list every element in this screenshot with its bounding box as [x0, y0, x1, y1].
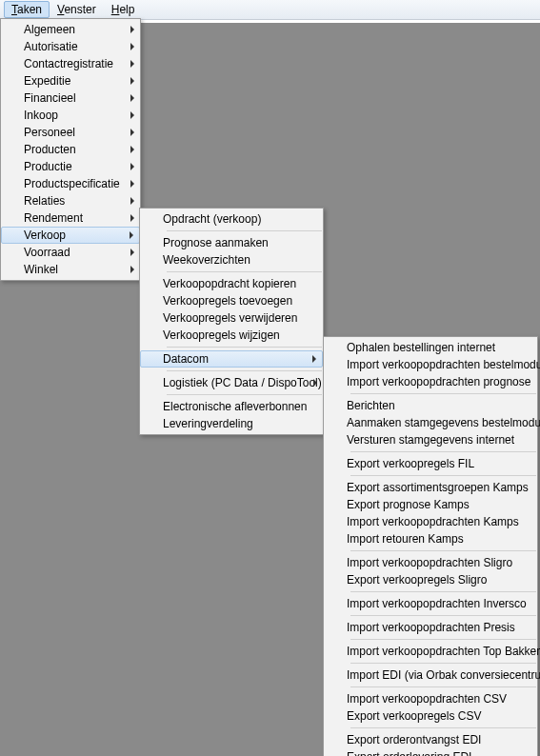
verkoop-item-label: Logistiek (PC Data / DispoTool) [163, 376, 322, 389]
datacom-item-label: Import verkoopopdrachten CSV [347, 692, 507, 706]
verkoop-item[interactable]: Verkoopopdracht kopieren [140, 275, 323, 292]
verkoop-item-label: Electronische afleverbonnen [163, 400, 307, 413]
taken-item-label: Verkoop [24, 229, 66, 242]
datacom-item[interactable]: Import verkoopopdrachten CSV [324, 690, 537, 707]
datacom-item[interactable]: Import verkoopopdrachten bestelmodule [324, 356, 537, 373]
verkoop-item[interactable]: Opdracht (verkoop) [140, 210, 323, 228]
taken-item[interactable]: Winkel [1, 261, 140, 278]
datacom-sep [350, 393, 536, 394]
chevron-right-icon [312, 355, 316, 363]
datacom-sep [350, 591, 536, 592]
chevron-right-icon [130, 214, 134, 222]
chevron-right-icon [130, 197, 134, 205]
datacom-sep [350, 639, 536, 640]
verkoop-item[interactable]: Weekoverzichten [140, 251, 323, 269]
datacom-item-label: Import verkoopopdrachten Top Bakkers [347, 645, 540, 658]
datacom-item-label: Import verkoopopdrachten Inversco [347, 597, 527, 610]
datacom-item-label: Export verkoopregels CSV [347, 709, 481, 723]
taken-item[interactable]: Productie [1, 158, 140, 175]
datacom-item[interactable]: Import verkoopopdrachten Top Bakkers [324, 643, 537, 660]
datacom-item[interactable]: Export verkoopregels Sligro [324, 571, 537, 588]
datacom-item[interactable]: Versturen stamgegevens internet [324, 431, 537, 448]
taken-item[interactable]: Personeel [1, 124, 140, 141]
datacom-item[interactable]: Import verkoopopdrachten Inversco [324, 595, 537, 612]
chevron-right-icon [130, 249, 134, 256]
datacom-item-label: Export prognose Kamps [347, 498, 470, 511]
verkoop-item[interactable]: Leveringverdeling [140, 415, 323, 432]
datacom-item-label: Import verkoopopdrachten Sligro [347, 556, 512, 569]
verkoop-item[interactable]: Verkoopregels verwijderen [140, 309, 323, 327]
verkoop-item[interactable]: Electronische afleverbonnen [140, 398, 323, 415]
datacom-item-label: Import verkoopopdrachten prognose [347, 375, 530, 388]
taken-item[interactable]: Productspecificatie [1, 175, 140, 192]
menu-help[interactable]: Help [104, 1, 143, 18]
taken-item-label: Producten [24, 143, 76, 156]
verkoop-item-label: Verkoopopdracht kopieren [163, 277, 296, 290]
menu-venster[interactable]: Venster [50, 1, 104, 18]
taken-item[interactable]: Algemeen [1, 21, 140, 38]
verkoop-sep [167, 271, 322, 272]
taken-item-label: Contactregistratie [24, 57, 113, 70]
taken-item[interactable]: Rendement [1, 209, 140, 227]
datacom-item[interactable]: Aanmaken stamgegevens bestelmodule [324, 414, 537, 431]
datacom-item[interactable]: Export assortimentsgroepen Kamps [324, 479, 537, 496]
taken-item[interactable]: Producten [1, 141, 140, 158]
verkoop-item[interactable]: Verkoopregels toevoegen [140, 292, 323, 309]
verkoop-item[interactable]: Prognose aanmaken [140, 234, 323, 251]
chevron-right-icon [130, 77, 134, 85]
chevron-right-icon [130, 26, 134, 33]
taken-item-label: Expeditie [24, 74, 70, 88]
datacom-item[interactable]: Export verkoopregels CSV [324, 707, 537, 725]
datacom-item-label: Export orderontvangst EDI [347, 733, 481, 746]
taken-item[interactable]: Relaties [1, 192, 140, 209]
chevron-right-icon [130, 60, 134, 68]
datacom-item[interactable]: Export prognose Kamps [324, 496, 537, 513]
datacom-item-label: Ophalen bestellingen internet [347, 341, 495, 354]
taken-item-label: Autorisatie [24, 40, 78, 53]
datacom-item[interactable]: Export verkoopregels FIL [324, 455, 537, 472]
datacom-item[interactable]: Import verkoopopdrachten prognose [324, 373, 537, 390]
verkoop-item[interactable]: Datacom [140, 350, 323, 368]
verkoop-item-label: Verkoopregels toevoegen [163, 294, 292, 308]
taken-item[interactable]: Inkoop [1, 107, 140, 124]
datacom-sep [350, 686, 536, 687]
datacom-item[interactable]: Export orderlevering EDI [324, 748, 537, 756]
datacom-item-label: Versturen stamgegevens internet [347, 433, 514, 447]
datacom-item[interactable]: Berichten [324, 397, 537, 414]
chevron-right-icon [130, 43, 134, 50]
datacom-sep [350, 727, 536, 728]
verkoop-item-label: Weekoverzichten [163, 253, 250, 267]
chevron-right-icon [130, 146, 134, 153]
taken-item[interactable]: Contactregistratie [1, 55, 140, 72]
verkoop-sep [167, 394, 322, 395]
taken-item-label: Algemeen [24, 23, 75, 36]
datacom-item[interactable]: Import verkoopopdrachten Sligro [324, 554, 537, 571]
taken-item[interactable]: Financieel [1, 90, 140, 107]
verkoop-item-label: Leveringverdeling [163, 417, 253, 430]
verkoop-item[interactable]: Verkoopregels wijzigen [140, 327, 323, 344]
chevron-right-icon [130, 129, 134, 136]
taken-item-label: Inkoop [24, 109, 58, 122]
dropdown-taken: AlgemeenAutorisatieContactregistratieExp… [0, 18, 141, 281]
taken-item-label: Productie [24, 160, 72, 173]
datacom-sep [350, 663, 536, 664]
datacom-item[interactable]: Import verkoopopdrachten Kamps [324, 513, 537, 530]
datacom-item[interactable]: Import EDI (via Orbak conversiecentrum) [324, 666, 537, 684]
verkoop-item-label: Prognose aanmaken [163, 236, 269, 249]
menu-help-rest: elp [119, 3, 134, 16]
datacom-item-label: Import verkoopopdrachten Presis [347, 621, 515, 634]
taken-item[interactable]: Autorisatie [1, 38, 140, 55]
menu-taken[interactable]: Taken [4, 1, 50, 18]
taken-item-label: Productspecificatie [24, 177, 120, 190]
datacom-item[interactable]: Import verkoopopdrachten Presis [324, 619, 537, 636]
taken-item[interactable]: Voorraad [1, 244, 140, 261]
verkoop-sep [167, 347, 322, 348]
taken-item[interactable]: Expeditie [1, 72, 140, 90]
datacom-item[interactable]: Ophalen bestellingen internet [324, 339, 537, 356]
datacom-item[interactable]: Export orderontvangst EDI [324, 731, 537, 748]
datacom-sep [350, 550, 536, 551]
taken-item[interactable]: Verkoop [1, 227, 140, 244]
verkoop-item[interactable]: Logistiek (PC Data / DispoTool) [140, 374, 323, 391]
taken-item-label: Personeel [24, 126, 75, 139]
datacom-item[interactable]: Import retouren Kamps [324, 530, 537, 547]
